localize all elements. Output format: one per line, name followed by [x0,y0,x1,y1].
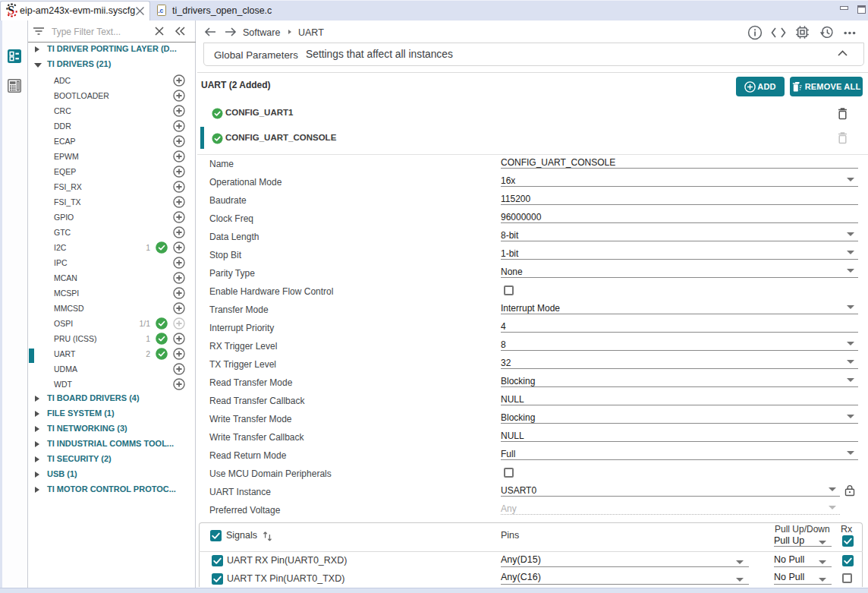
svg-text:.c: .c [158,7,163,14]
svg-text:S: S [8,3,14,17]
